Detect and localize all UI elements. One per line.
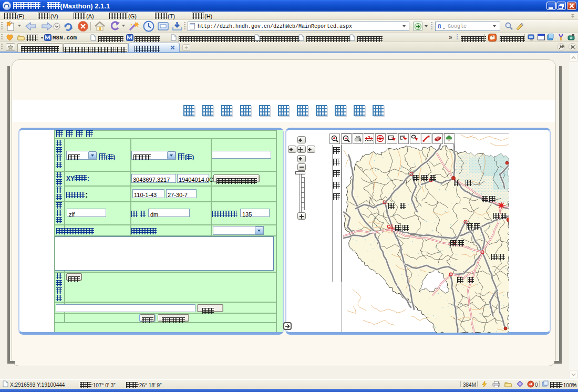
svg-text:S: S xyxy=(379,136,382,141)
svg-text:?: ? xyxy=(367,135,370,140)
